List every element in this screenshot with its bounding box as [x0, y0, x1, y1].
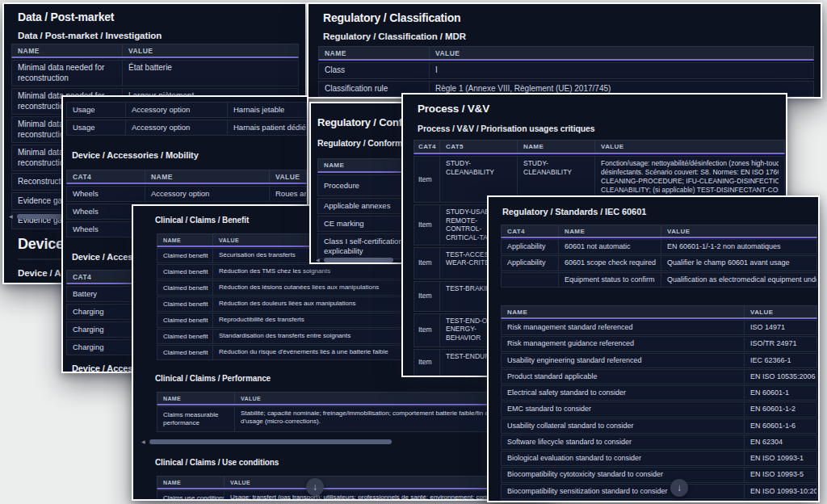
- table-row: Applicability 60601 scope check required…: [501, 255, 817, 271]
- section-heading: Regulatory / Standards / IEC 60601: [502, 207, 646, 216]
- scroll-down-button[interactable]: ↓: [670, 479, 688, 497]
- column-header-value: VALUE: [744, 306, 817, 317]
- standards-reference-table: NAME VALUE Risk management standard refe…: [501, 305, 817, 502]
- section-heading: Device / Accessories / Mobility: [72, 150, 199, 160]
- value-line: Stabilité; capacité nominale; freinage/i…: [241, 410, 520, 418]
- cell-cat4: Item: [414, 289, 439, 303]
- column-header-name: NAME: [157, 234, 212, 246]
- cell-cat: Usage: [67, 120, 125, 135]
- cell-value: Qualifier le champ 60601 avant usage: [661, 256, 817, 270]
- scroll-left-icon[interactable]: ◀: [9, 214, 13, 219]
- cell-name: Claimed benefit: [157, 346, 212, 359]
- column-header-cat4: CAT4: [67, 170, 145, 184]
- table-row: Minimal data needed for reconstruction É…: [11, 60, 299, 86]
- scroll-left-icon[interactable]: ◀: [316, 258, 320, 262]
- cell-value: EN ISO 10993-23:2021: [744, 501, 817, 502]
- table-row: Applicability 60601 not automatic EN 606…: [501, 239, 817, 254]
- horizontal-scrollbar[interactable]: ◀: [141, 439, 545, 445]
- cell-cat4: Applicability: [502, 256, 558, 270]
- value-line: CLEANABILITY; (si applicable) TEST-DISIN…: [601, 186, 779, 195]
- cell-name: Software lifecycle standard to consider: [502, 435, 744, 449]
- cell-name: Equipment status to confirm: [558, 273, 661, 287]
- column-header-name: NAME: [145, 170, 269, 183]
- table-row: Claims use conditions Usage: transfert (…: [157, 490, 527, 501]
- cell-name: Product standard applicable: [502, 370, 744, 384]
- cell-name: Claimed benefit: [157, 250, 212, 262]
- cell-name: Usability collateral standard to conside…: [502, 419, 744, 433]
- table-row: Biocompatibility sensitization standard …: [501, 484, 817, 499]
- cell-value: Harnais jetable: [227, 103, 306, 117]
- cell-name: Biocompatibility sensitization standard …: [502, 485, 744, 498]
- section-heading: Regulatory / Classification / MDR: [323, 32, 466, 41]
- cell-name: Electrical safety standard to consider: [502, 386, 744, 400]
- table-row: Usage Accessory option Harnais jetable: [66, 102, 307, 118]
- column-header-name: NAME: [157, 477, 224, 489]
- cell-value: EN 62304: [744, 435, 817, 449]
- cell-name: Accessory option: [125, 103, 227, 117]
- scrollbar-thumb[interactable]: [324, 258, 393, 262]
- cell-name: EMC standard to consider: [502, 402, 744, 416]
- use-conditions-table: NAME VALUE Claims use conditions Usage: …: [157, 476, 527, 501]
- cell-name: Claimed benefit: [157, 266, 212, 279]
- cell-name: Claimed benefit: [157, 298, 212, 311]
- cell-value: IEC 62366-1: [744, 354, 817, 368]
- cell-name: Biocompatibility cytotoxicity standard t…: [502, 468, 744, 481]
- column-header-value: VALUE: [234, 393, 526, 404]
- cell-value: Qualification as electromedical equipmen…: [661, 273, 817, 287]
- table-row: Biological evaluation standard to consid…: [501, 451, 817, 466]
- module-title-device: Device: [18, 236, 64, 253]
- cell-value: EN 60601-1-2: [744, 402, 817, 416]
- scroll-down-button[interactable]: ↓: [306, 478, 324, 496]
- cell-value: Harnais patient dédié: [227, 120, 306, 135]
- table-row: Product standard applicable EN ISO 10535…: [501, 369, 817, 384]
- column-header-name: NAME: [517, 141, 594, 153]
- value-line: désinfectants. Scénario couvert: S8. Nor…: [601, 168, 779, 177]
- cell-name: Risk management guidance referenced: [502, 337, 744, 351]
- value-line: CLEANING-PROCEDURE; IFU-CLEANING-DISINFE…: [601, 177, 779, 186]
- cell-name: Accessory option: [125, 120, 227, 135]
- cell-name: Risk management standard referenced: [502, 321, 744, 334]
- accessories-usage-table: Usage Accessory option Harnais jetable U…: [66, 102, 307, 136]
- cell-name: 60601 scope check required: [558, 256, 661, 270]
- cell-value: EN 60601-1-6: [744, 419, 817, 433]
- table-row: Risk management guidance referenced ISO/…: [501, 336, 817, 351]
- cell-cat4: Item: [414, 173, 439, 187]
- column-header-value: VALUE: [122, 44, 298, 57]
- table-row: Software lifecycle standard to consider …: [501, 435, 817, 450]
- section-heading: Process / V&V / Priorisation usages crit…: [418, 124, 595, 133]
- table-row: Usability engineering standard reference…: [501, 353, 817, 368]
- table-row: Biocompatibility irritation standard to …: [501, 500, 817, 502]
- value-line: d'usage (micro-corrections).: [241, 418, 520, 426]
- column-header-name: NAME: [12, 44, 122, 58]
- performance-table: NAME VALUE Claims measurable performance…: [157, 392, 527, 432]
- cell-cat4: Applicability: [502, 240, 558, 254]
- cell-value: EN 60601-1/-1-2 non automatiques: [661, 240, 817, 254]
- cell-value: EN ISO 10993-5: [744, 468, 817, 481]
- cell-value: ISO 14971: [744, 321, 817, 334]
- cell-cat4: [502, 277, 558, 282]
- down-arrow-icon: ↓: [313, 481, 317, 493]
- panel-title: Regulatory / Classification: [323, 11, 460, 24]
- table-row: Usability collateral standard to conside…: [501, 418, 817, 434]
- cell-name: Accessory option: [145, 187, 269, 201]
- scrollbar-thumb[interactable]: [149, 439, 392, 444]
- cell-cat4: Item: [414, 355, 439, 369]
- column-header-value: VALUE: [269, 170, 306, 183]
- table-row: Usage Accessory option Harnais patient d…: [66, 120, 307, 136]
- column-header-name: NAME: [319, 46, 429, 61]
- panel-title: Data / Post-market: [18, 10, 114, 23]
- cell-value: EN ISO 10535:2006: [744, 370, 817, 384]
- table-row: Electrical safety standard to consider E…: [501, 385, 817, 401]
- panel-title: Process / V&V: [418, 103, 489, 115]
- cell-value: Usage: transfert (pas transport); utilis…: [224, 491, 526, 501]
- cell-value: État batterie: [122, 61, 298, 86]
- cell-name: 60601 not automatic: [558, 240, 661, 254]
- scroll-left-icon[interactable]: ◀: [141, 439, 145, 444]
- cell-cat4: Item: [414, 323, 439, 337]
- cell-value: Roues antistatiques: [269, 187, 306, 201]
- column-header-name: NAME: [558, 225, 661, 237]
- cell-value: EN ISO 10993-1: [744, 452, 817, 465]
- cell-value: Stabilité; capacité nominale; freinage/i…: [234, 407, 526, 431]
- cell-value: I: [429, 63, 813, 78]
- section-heading: Clinical / Claims / Use conditions: [155, 458, 279, 467]
